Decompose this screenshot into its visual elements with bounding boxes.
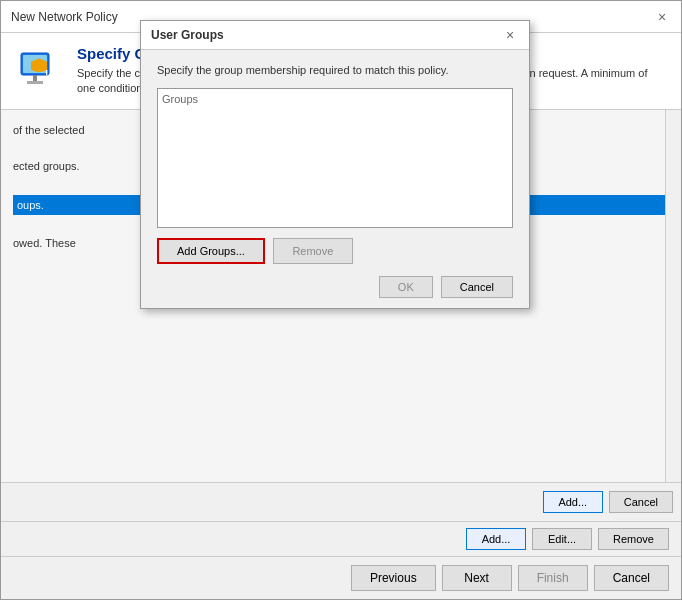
groups-list-label: Groups <box>162 93 198 105</box>
modal-title-bar: User Groups × <box>141 21 529 50</box>
modal-ok-cancel-row: OK Cancel <box>157 276 513 298</box>
user-groups-dialog: User Groups × Specify the group membersh… <box>140 20 530 309</box>
groups-list-box[interactable]: Groups <box>157 88 513 228</box>
modal-body: Specify the group membership required to… <box>141 50 529 308</box>
modal-remove-button[interactable]: Remove <box>273 238 353 264</box>
modal-cancel-button[interactable]: Cancel <box>441 276 513 298</box>
modal-ok-button[interactable]: OK <box>379 276 433 298</box>
modal-add-remove-row: Add Groups... Remove <box>157 238 513 264</box>
modal-overlay: User Groups × Specify the group membersh… <box>0 0 682 600</box>
add-groups-button[interactable]: Add Groups... <box>157 238 265 264</box>
modal-close-button[interactable]: × <box>501 26 519 44</box>
modal-title: User Groups <box>151 28 224 42</box>
modal-description: Specify the group membership required to… <box>157 64 513 76</box>
